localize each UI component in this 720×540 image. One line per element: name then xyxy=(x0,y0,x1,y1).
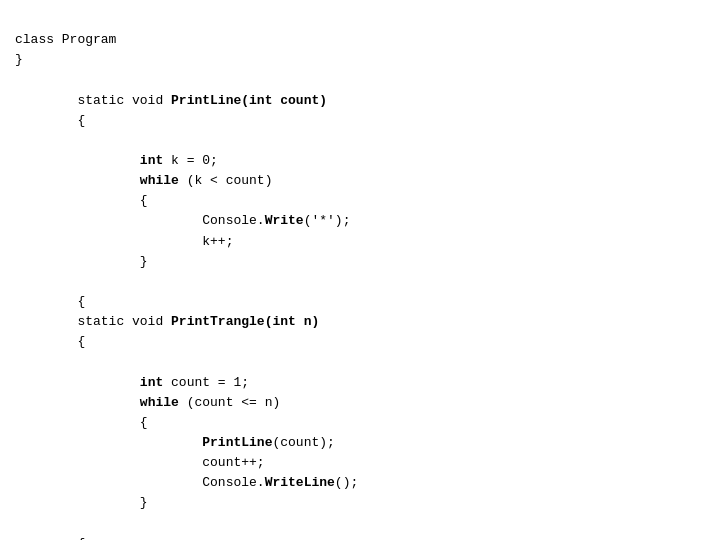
line-1: class Program } static void PrintLine(in… xyxy=(15,32,436,540)
method-writeline-1: WriteLine xyxy=(265,475,335,490)
keyword-int-1: int xyxy=(140,153,163,168)
method-name-printtrangle: PrintTrangle(int n) xyxy=(171,314,319,329)
method-write: Write xyxy=(265,213,304,228)
keyword-while-2: while xyxy=(140,395,179,410)
method-name-printline: PrintLine(int count) xyxy=(171,93,327,108)
keyword-while-1: while xyxy=(140,173,179,188)
code-editor: class Program } static void PrintLine(in… xyxy=(0,0,720,540)
keyword-int-2: int xyxy=(140,375,163,390)
method-printline-call: PrintLine xyxy=(202,435,272,450)
